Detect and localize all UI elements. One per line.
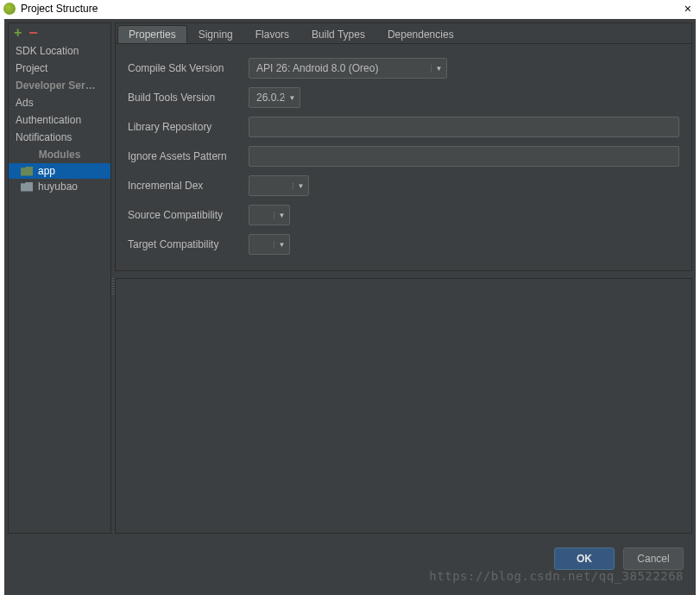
splitter-handle[interactable] <box>111 278 115 295</box>
sidebar-item-project[interactable]: Project <box>9 60 110 77</box>
label-library-repository: Library Repository <box>128 121 242 133</box>
label-incremental-dex: Incremental Dex <box>128 180 242 192</box>
label-target-compat: Target Compatibility <box>128 238 242 250</box>
ok-button[interactable]: OK <box>554 548 615 570</box>
folder-icon <box>21 167 33 176</box>
ignore-assets-input[interactable] <box>249 146 679 167</box>
cancel-button[interactable]: Cancel <box>623 548 684 570</box>
button-bar: OK Cancel <box>4 537 696 580</box>
module-label: huyubao <box>38 180 78 193</box>
sidebar-item-developer-services[interactable]: Developer Ser… … <box>9 77 110 94</box>
properties-form: Compile Sdk Version API 26: Android 8.0 … <box>115 43 692 271</box>
label-ignore-assets: Ignore Assets Pattern <box>128 150 242 162</box>
build-tools-combo[interactable]: 26.0.2 ▼ <box>249 87 300 108</box>
module-item-huyubao[interactable]: huyubao <box>9 179 110 194</box>
label-build-tools: Build Tools Version <box>128 92 242 104</box>
target-compatibility-combo[interactable]: ▼ <box>249 234 290 255</box>
module-item-app[interactable]: app <box>9 163 110 179</box>
title-bar: Project Structure × <box>0 0 700 17</box>
sidebar-section-modules: Modules <box>9 146 110 163</box>
tab-build-types[interactable]: Build Types <box>300 25 376 43</box>
tab-dependencies[interactable]: Dependencies <box>376 25 465 43</box>
chevron-down-icon: ▼ <box>284 94 300 102</box>
compile-sdk-combo[interactable]: API 26: Android 8.0 (Oreo) ▼ <box>249 58 447 79</box>
module-label: app <box>38 165 55 177</box>
chevron-down-icon: ▼ <box>274 241 289 249</box>
library-repository-input[interactable] <box>249 117 679 137</box>
sidebar-toolbar: + − <box>9 23 110 42</box>
app-icon <box>3 3 16 15</box>
main-panel: Properties Signing Flavors Build Types D… <box>115 22 692 534</box>
tab-signing[interactable]: Signing <box>187 25 244 43</box>
tab-properties[interactable]: Properties <box>117 25 187 43</box>
tab-bar: Properties Signing Flavors Build Types D… <box>115 22 692 43</box>
close-icon[interactable]: × <box>679 2 697 16</box>
folder-icon <box>21 182 33 192</box>
sidebar-item-ads[interactable]: Ads <box>9 94 110 111</box>
remove-icon[interactable]: − <box>28 28 38 37</box>
tab-flavors[interactable]: Flavors <box>244 25 300 43</box>
details-panel <box>115 278 692 534</box>
add-icon[interactable]: + <box>14 25 22 41</box>
chevron-down-icon: ▼ <box>274 212 289 219</box>
sidebar-item-sdk-location[interactable]: SDK Location <box>9 42 110 60</box>
dialog: + − SDK Location Project Developer Ser… … <box>4 19 696 595</box>
incremental-dex-combo[interactable]: ▼ <box>249 175 309 196</box>
sidebar: + − SDK Location Project Developer Ser… … <box>8 22 111 534</box>
sidebar-item-authentication[interactable]: Authentication <box>9 111 110 129</box>
sidebar-item-notifications[interactable]: Notifications <box>9 129 110 146</box>
source-compatibility-combo[interactable]: ▼ <box>249 205 290 225</box>
window-title: Project Structure <box>21 3 98 15</box>
chevron-down-icon: ▼ <box>293 182 308 190</box>
label-source-compat: Source Compatibility <box>128 209 242 221</box>
chevron-down-icon: ▼ <box>431 65 446 73</box>
label-compile-sdk: Compile Sdk Version <box>128 62 242 74</box>
